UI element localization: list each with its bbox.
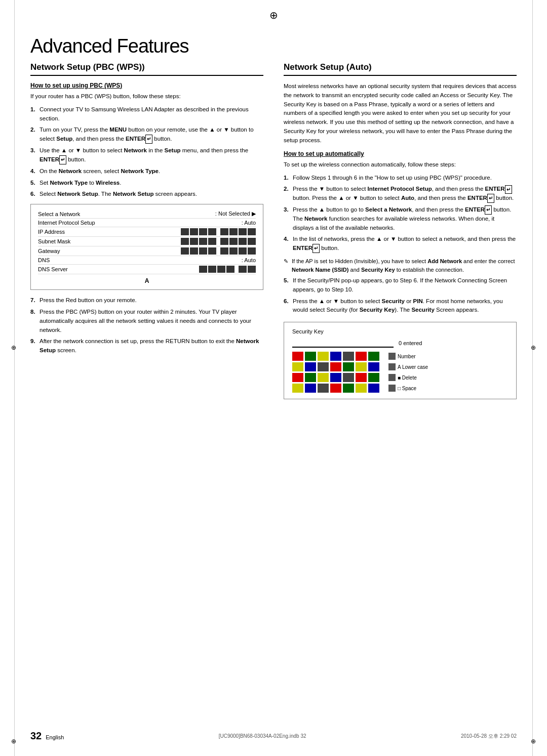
list-item: 9. After the network connection is set u… (30, 337, 263, 355)
network-setup-box: Select a Network : Not Selected ▶ Intern… (30, 204, 263, 290)
key-w (305, 384, 316, 393)
list-item: 6. Select Network Setup. The Network Set… (30, 190, 263, 199)
left-steps-after-list: 7. Press the Red button on your remote. … (30, 296, 263, 355)
network-box-row-dns: DNS : Auto (38, 256, 256, 265)
security-entered-label: 0 entered (399, 340, 422, 346)
yellow-button-icon (388, 353, 396, 360)
key-m (356, 362, 367, 371)
left-column: Network Setup (PBC (WPS)) How to set up … (30, 62, 263, 403)
left-sub-heading: How to set up using PBC (WPS) (30, 82, 263, 89)
list-item: 4. In the list of networks, press the ▲ … (284, 235, 517, 253)
key-v (292, 384, 303, 393)
security-box-title: Security Key (292, 328, 508, 334)
key-n (368, 362, 379, 371)
key-x (318, 384, 329, 393)
side-label-space-text: □ Space (398, 386, 416, 391)
key-r (330, 373, 341, 382)
footer-date-info: 2010-05-28 오후 2:29 02 (461, 733, 517, 740)
key-d (330, 352, 341, 361)
side-label-lower: A Lower case (388, 362, 428, 371)
list-item: 1. Connect your TV to Samsung Wireless L… (30, 105, 263, 123)
key-f (356, 352, 367, 361)
compass-left-mid-icon: ⊕ (11, 344, 16, 351)
top-compass-icon: ⊕ (269, 9, 278, 21)
key-k (330, 362, 341, 371)
footer-left: 32 English (30, 730, 64, 742)
compass-right-mid-icon: ⊕ (531, 344, 536, 351)
keyboard-row-3 (292, 373, 379, 382)
key-l (343, 362, 354, 371)
key-q (318, 373, 329, 382)
list-item: 2. Turn on your TV, press the MENU butto… (30, 125, 263, 144)
network-box-btn-row: A (38, 274, 256, 284)
compass-bottom-left-icon: ⊕ (11, 738, 16, 745)
right-steps-list-2: 5. If the Security/PIN pop-up appears, g… (284, 276, 517, 315)
key-c (318, 352, 329, 361)
pixel-blocks (199, 266, 256, 273)
side-label-space: □ Space (388, 384, 428, 393)
keyboard-row-2 (292, 362, 379, 371)
footer: 32 English [UC9000]BN68-03034A-02Eng.ind… (30, 730, 517, 742)
security-key-box: Security Key 0 entered (284, 322, 517, 399)
key-sp2 (368, 384, 379, 393)
key-y (330, 384, 341, 393)
key-sp1 (356, 384, 367, 393)
list-item: 5. If the Security/PIN pop-up appears, g… (284, 276, 517, 295)
keyboard-row-4 (292, 384, 379, 393)
pixel-blocks (181, 238, 256, 245)
key-s (343, 373, 354, 382)
network-box-row: Internet Protocol Setup : Auto (38, 219, 256, 227)
list-item: 3. Use the ▲ or ▼ button to select Netwo… (30, 146, 263, 164)
right-column: Network Setup (Auto) Most wireless netwo… (284, 62, 517, 403)
right-sub-intro: To set up the wireless connection automa… (284, 160, 517, 170)
network-box-row-dns-server: DNS Server (38, 265, 256, 274)
blue-button-icon (388, 385, 396, 392)
keyboard-rows (292, 352, 379, 393)
key-g (368, 352, 379, 361)
green-button-icon (388, 363, 396, 370)
list-item: 7. Press the Red button on your remote. (30, 296, 263, 305)
pixel-blocks (181, 228, 256, 235)
list-item: 6. Press the ▲ or ▼ button to select Sec… (284, 297, 517, 315)
key-h (292, 362, 303, 371)
keyboard-area: Number A Lower case ■ Delete □ Spac (292, 352, 508, 393)
network-box-row: Select a Network : Not Selected ▶ (38, 209, 256, 219)
pixel-blocks (181, 247, 256, 255)
margin-line-left (14, 0, 15, 756)
keyboard-row-1 (292, 352, 379, 361)
right-steps-list: 1. Follow Steps 1 through 6 in the "How … (284, 174, 517, 254)
list-item: 5. Set Network Type to Wireless. (30, 179, 263, 188)
security-input-row: 0 entered (292, 339, 508, 348)
network-box-row-subnet: Subnet Mask (38, 237, 256, 246)
right-intro-para: Most wireless networks have an optional … (284, 82, 517, 145)
left-section-heading: Network Setup (PBC (WPS)) (30, 62, 263, 76)
side-label-number: Number (388, 352, 428, 361)
key-a (292, 352, 303, 361)
right-section-heading: Network Setup (Auto) (284, 62, 517, 76)
note-para: If the AP is set to Hidden (Invisible), … (284, 257, 517, 274)
right-sub-heading: How to set up automatically (284, 150, 517, 157)
key-side-labels: Number A Lower case ■ Delete □ Spac (388, 352, 428, 393)
page-number: 32 (30, 730, 42, 742)
red-button-icon (388, 374, 396, 381)
key-e (343, 352, 354, 361)
content-columns: Network Setup (PBC (WPS)) How to set up … (30, 62, 517, 403)
key-t (356, 373, 367, 382)
key-o (292, 373, 303, 382)
key-p (305, 373, 316, 382)
network-box-row-gateway: Gateway (38, 246, 256, 256)
page-title: Advanced Features (30, 35, 517, 57)
compass-bottom-right-icon: ⊕ (531, 738, 536, 745)
network-box-row-ip: IP Address (38, 227, 256, 237)
side-label-delete-text: ■ Delete (398, 375, 417, 381)
key-j (318, 362, 329, 371)
list-item: 3. Press the ▲ button to go to Select a … (284, 205, 517, 232)
list-item: 8. Press the PBC (WPS) button on your ro… (30, 308, 263, 334)
side-label-number-text: Number (398, 354, 416, 359)
side-label-delete: ■ Delete (388, 373, 428, 382)
left-steps-list: 1. Connect your TV to Samsung Wireless L… (30, 105, 263, 199)
key-b (305, 352, 316, 361)
key-i (305, 362, 316, 371)
security-input-field[interactable] (292, 339, 394, 348)
key-u (368, 373, 379, 382)
